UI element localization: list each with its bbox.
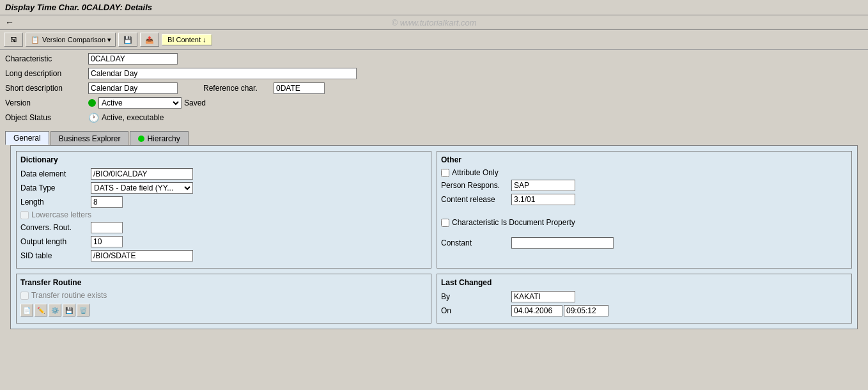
- content-release-label: Content release: [441, 195, 511, 204]
- by-row: By: [441, 291, 848, 302]
- ref-char-input[interactable]: [274, 82, 325, 94]
- attribute-only-checkbox[interactable]: [441, 169, 449, 177]
- tab-general-label: General: [13, 134, 41, 143]
- output-length-row: Output length: [20, 236, 427, 247]
- other-title: Other: [441, 155, 848, 164]
- title-bar: Display Time Char. 0CALDAY: Details: [0, 0, 868, 15]
- export-icon: 💾: [123, 35, 133, 45]
- characteristic-label: Characteristic: [5, 54, 88, 63]
- upload-icon: 📤: [144, 35, 155, 45]
- menu-bar: ← © www.tutorialkart.com: [0, 15, 868, 30]
- sid-table-label: SID table: [20, 251, 91, 260]
- convers-input[interactable]: [91, 222, 123, 233]
- back-icon[interactable]: ←: [5, 17, 14, 27]
- page-title: Display Time Char. 0CALDAY: Details: [5, 3, 152, 12]
- on-row: On: [441, 305, 848, 316]
- version-comparison-button[interactable]: 📋 Version Comparison ▾: [26, 33, 116, 47]
- delete-button[interactable]: 🗑️: [77, 304, 89, 316]
- tabs-row: General Business Explorer Hierarchy: [5, 131, 863, 145]
- content-release-input[interactable]: [511, 194, 575, 205]
- clock-icon: 🕐: [88, 113, 99, 123]
- form-area: Characteristic Long description Short de…: [0, 50, 868, 129]
- short-desc-input[interactable]: [88, 82, 178, 94]
- length-row: Length: [20, 196, 427, 208]
- transfer-routine-panel: Transfer Routine Transfer routine exists…: [16, 274, 431, 324]
- constant-label: Constant: [441, 238, 511, 247]
- convers-label: Convers. Rout.: [20, 223, 91, 232]
- lowercase-label: Lowercase letters: [31, 210, 91, 219]
- version-comparison-label: Version Comparison: [42, 36, 105, 43]
- transfer-routine-checkbox-row: Transfer routine exists: [20, 291, 427, 300]
- sid-table-input[interactable]: [91, 250, 193, 261]
- tab-hierarchy-label: Hierarchy: [147, 134, 180, 143]
- watermark: © www.tutorialkart.com: [391, 18, 476, 27]
- transfer-routine-checkbox[interactable]: [20, 292, 29, 300]
- on-label: On: [441, 306, 511, 315]
- convers-row: Convers. Rout.: [20, 222, 427, 233]
- last-changed-title: Last Changed: [441, 278, 848, 287]
- save-small-button[interactable]: 💾: [63, 304, 75, 316]
- by-input[interactable]: [511, 291, 575, 302]
- other-panel: Other Attribute Only Person Respons. Con…: [437, 151, 852, 269]
- object-status-value: Active, executable: [102, 113, 164, 122]
- constant-row: Constant: [441, 237, 848, 249]
- copy-button[interactable]: ⚙️: [49, 304, 61, 316]
- characteristic-input[interactable]: [88, 53, 178, 65]
- new-button[interactable]: 📄: [20, 304, 33, 316]
- tab-hierarchy[interactable]: Hierarchy: [130, 131, 188, 145]
- dictionary-panel: Dictionary Data element Data Type DATS -…: [16, 151, 431, 269]
- version-select[interactable]: Active: [98, 97, 182, 109]
- object-status-row: Object Status 🕐 Active, executable: [5, 111, 863, 124]
- char-doc-property-label: Characteristic Is Document Property: [452, 218, 575, 227]
- constant-input[interactable]: [511, 237, 614, 249]
- on-date-input[interactable]: [511, 305, 562, 316]
- person-respons-row: Person Respons.: [441, 180, 848, 191]
- data-type-label: Data Type: [20, 183, 91, 192]
- length-label: Length: [20, 198, 91, 207]
- char-doc-property-checkbox[interactable]: [441, 219, 449, 227]
- attribute-only-row: Attribute Only: [441, 168, 848, 177]
- bi-content-button[interactable]: BI Content ↓: [162, 34, 212, 45]
- output-length-input[interactable]: [91, 236, 123, 247]
- short-desc-row: Short description Reference char.: [5, 82, 863, 95]
- version-label: Version: [5, 98, 88, 107]
- data-type-select[interactable]: DATS - Date field (YY...: [91, 182, 193, 194]
- tab-business-explorer[interactable]: Business Explorer: [50, 131, 129, 145]
- upload-button[interactable]: 📤: [140, 33, 159, 47]
- transfer-routine-label: Transfer routine exists: [31, 291, 107, 300]
- person-respons-label: Person Respons.: [441, 181, 511, 190]
- attribute-only-label: Attribute Only: [452, 168, 499, 177]
- saved-text: Saved: [184, 98, 206, 107]
- export-button[interactable]: 💾: [118, 33, 137, 47]
- object-status-label: Object Status: [5, 113, 88, 122]
- main-content: Dictionary Data element Data Type DATS -…: [10, 145, 858, 329]
- edit-button[interactable]: ✏️: [35, 304, 47, 316]
- output-length-label: Output length: [20, 237, 91, 246]
- data-element-label: Data element: [20, 169, 91, 178]
- ref-char-label: Reference char.: [203, 84, 274, 93]
- save-icon: 🖫: [8, 35, 19, 45]
- long-desc-input[interactable]: [88, 68, 357, 79]
- long-desc-label: Long description: [5, 69, 88, 78]
- lowercase-checkbox[interactable]: [20, 211, 29, 219]
- transfer-routine-title: Transfer Routine: [20, 278, 427, 287]
- transfer-routine-buttons: 📄 ✏️ ⚙️ 💾 🗑️: [20, 304, 427, 316]
- length-input[interactable]: [91, 196, 123, 208]
- data-element-input[interactable]: [91, 168, 193, 180]
- long-desc-row: Long description: [5, 67, 863, 80]
- version-green-dot: [88, 99, 96, 107]
- char-doc-property-row: Characteristic Is Document Property: [441, 218, 848, 227]
- last-changed-panel: Last Changed By On: [437, 274, 852, 324]
- two-column-layout: Dictionary Data element Data Type DATS -…: [16, 151, 852, 269]
- short-desc-label: Short description: [5, 84, 88, 93]
- save-button[interactable]: 🖫: [4, 33, 23, 47]
- sid-table-row: SID table: [20, 250, 427, 261]
- toolbar: 🖫 📋 Version Comparison ▾ 💾 📤 BI Content …: [0, 30, 868, 50]
- by-label: By: [441, 292, 511, 301]
- tabs-area: General Business Explorer Hierarchy Dict…: [0, 129, 868, 329]
- on-time-input[interactable]: [564, 305, 608, 316]
- tab-general[interactable]: General: [5, 131, 49, 145]
- person-respons-input[interactable]: [511, 180, 575, 191]
- tab-business-explorer-label: Business Explorer: [59, 134, 121, 143]
- version-row: Version Active Saved: [5, 97, 863, 109]
